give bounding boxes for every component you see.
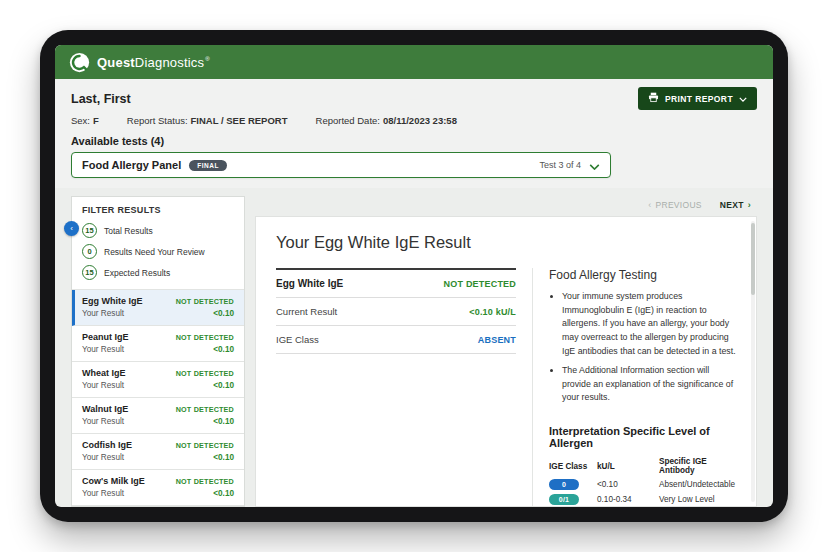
test-name: Walnut IgE	[82, 404, 128, 414]
next-button[interactable]: NEXT›	[720, 200, 751, 210]
info-panel: Food Allergy Testing Your immune system …	[532, 268, 736, 507]
column-header: Specific IGE Antibody	[659, 457, 736, 475]
row-value: NOT DETECTED	[444, 279, 516, 289]
result-label: Your Result	[82, 309, 124, 318]
test-position: Test 3 of 4	[539, 160, 581, 170]
result-value: <0.10	[213, 381, 234, 390]
test-name: Wheat IgE	[82, 368, 126, 378]
info-bullets: Your immune system produces Immunoglobul…	[549, 290, 736, 405]
list-item-walnut[interactable]: Walnut IgENOT DETECTED Your Result<0.10	[72, 398, 244, 434]
range-cell: 0.10-0.34	[597, 495, 659, 504]
range-cell: <0.10	[597, 480, 659, 489]
row-value: ABSENT	[478, 335, 516, 345]
available-tests-label: Available tests (4)	[71, 135, 757, 147]
sidebar-collapse-button[interactable]: ‹	[64, 221, 79, 236]
patient-sex: Sex:F	[71, 115, 99, 126]
count-circle: 15	[82, 265, 97, 280]
info-title: Food Allergy Testing	[549, 268, 736, 282]
test-name: Peanut IgE	[82, 332, 129, 342]
scrollbar-track	[751, 221, 755, 502]
column-header: IGE Class	[549, 462, 597, 471]
result-label: Your Result	[82, 417, 124, 426]
filter-count-review[interactable]: 0 Results Need Your Review	[72, 241, 244, 262]
report-status: Report Status:FINAL / SEE REPORT	[127, 115, 288, 126]
filter-sidebar: ‹ FILTER RESULTS 15 Total Results 0 Resu…	[71, 196, 245, 507]
ige-class-pill: 0/1	[549, 494, 579, 505]
list-item-peanut[interactable]: Peanut IgENOT DETECTED Your Result<0.10	[72, 326, 244, 362]
row-label: Egg White IgE	[276, 278, 343, 289]
status-badge: NOT DETECTED	[176, 369, 234, 378]
count-label: Expected Results	[104, 268, 170, 278]
filter-title: FILTER RESULTS	[72, 197, 244, 220]
page-title: Your Egg White IgE Result	[276, 233, 736, 252]
status-badge: NOT DETECTED	[176, 441, 234, 450]
final-status-badge: FINAL	[189, 160, 227, 171]
list-item-cows-milk[interactable]: Cow's Milk IgENOT DETECTED Your Result<0…	[72, 470, 244, 506]
tablet-frame: QuestDiagnostics® Last, First	[40, 30, 788, 522]
result-label: Your Result	[82, 489, 124, 498]
result-value: <0.10	[213, 417, 234, 426]
result-value: <0.10	[213, 453, 234, 462]
table-row: Current Result <0.10 kU/L	[276, 298, 516, 326]
page: QuestDiagnostics® Last, First	[0, 0, 828, 552]
chevron-down-icon	[589, 156, 600, 174]
brand-regular: Diagnostics	[135, 55, 204, 70]
chevron-down-icon	[739, 94, 747, 104]
table-row: 0 <0.10 Absent/Undetectable	[549, 479, 736, 490]
patient-name: Last, First	[71, 92, 131, 106]
row-label: IGE Class	[276, 334, 319, 345]
info-bullet: The Additional Information section will …	[562, 364, 736, 405]
table-row: 0/1 0.10-0.34 Very Low Level	[549, 494, 736, 505]
label-cell: Absent/Undetectable	[659, 480, 736, 489]
result-label: Your Result	[82, 381, 124, 390]
app-header: QuestDiagnostics®	[55, 45, 773, 79]
filter-count-expected[interactable]: 15 Expected Results	[72, 262, 244, 283]
test-result-list: Egg White IgENOT DETECTED Your Result<0.…	[72, 289, 244, 506]
info-bullet: Your immune system produces Immunoglobul…	[562, 290, 736, 358]
interpretation-table: IGE Class kU/L Specific IGE Antibody 0 <…	[549, 457, 736, 507]
test-name: Codfish IgE	[82, 440, 132, 450]
filter-count-total[interactable]: 15 Total Results	[72, 220, 244, 241]
test-selector-dropdown[interactable]: Food Allergy Panel FINAL Test 3 of 4	[71, 152, 611, 178]
result-label: Your Result	[82, 345, 124, 354]
main-column: ‹PREVIOUS NEXT› Your Egg White IgE Resul…	[255, 196, 757, 507]
result-table: Egg White IgE NOT DETECTED Current Resul…	[276, 268, 516, 354]
table-header-row: IGE Class kU/L Specific IGE Antibody	[549, 457, 736, 475]
list-item-egg-white[interactable]: Egg White IgENOT DETECTED Your Result<0.…	[72, 290, 244, 326]
row-label: Current Result	[276, 306, 337, 317]
result-label: Your Result	[82, 453, 124, 462]
app-screen: QuestDiagnostics® Last, First	[55, 45, 773, 507]
status-badge: NOT DETECTED	[176, 405, 234, 414]
row-value: <0.10 kU/L	[469, 307, 516, 317]
label-cell: Very Low Level	[659, 495, 736, 504]
print-report-label: PRINT REPORT	[665, 94, 733, 104]
list-item-wheat[interactable]: Wheat IgENOT DETECTED Your Result<0.10	[72, 362, 244, 398]
result-panel: Your Egg White IgE Result Egg White IgE …	[255, 216, 757, 507]
previous-button[interactable]: ‹PREVIOUS	[648, 200, 702, 210]
column-header: kU/L	[597, 462, 659, 471]
result-pagination: ‹PREVIOUS NEXT›	[255, 196, 757, 214]
print-report-button[interactable]: PRINT REPORT	[638, 87, 757, 110]
status-badge: NOT DETECTED	[176, 477, 234, 486]
result-value: <0.10	[213, 345, 234, 354]
patient-meta: Sex:F Report Status:FINAL / SEE REPORT R…	[71, 115, 757, 126]
list-item-codfish[interactable]: Codfish IgENOT DETECTED Your Result<0.10	[72, 434, 244, 470]
count-label: Total Results	[104, 226, 153, 236]
brand-bold: Quest	[97, 55, 135, 70]
content-area: ‹ FILTER RESULTS 15 Total Results 0 Resu…	[55, 188, 773, 507]
count-circle: 0	[82, 244, 97, 259]
ige-class-pill: 0	[549, 479, 579, 490]
scrollbar-thumb[interactable]	[751, 223, 755, 295]
table-row: Egg White IgE NOT DETECTED	[276, 268, 516, 298]
printer-icon	[648, 92, 659, 105]
reported-date: Reported Date:08/11/2023 23:58	[316, 115, 457, 126]
status-badge: NOT DETECTED	[176, 297, 234, 306]
result-value: <0.10	[213, 489, 234, 498]
status-badge: NOT DETECTED	[176, 333, 234, 342]
interpretation-title: Interpretation Specific Level of Allerge…	[549, 425, 736, 449]
brand-name: QuestDiagnostics®	[97, 55, 210, 70]
test-selector-name: Food Allergy Panel	[82, 159, 181, 171]
result-value: <0.10	[213, 309, 234, 318]
quest-logo-icon	[69, 52, 90, 73]
chevron-left-icon: ‹	[648, 200, 651, 210]
